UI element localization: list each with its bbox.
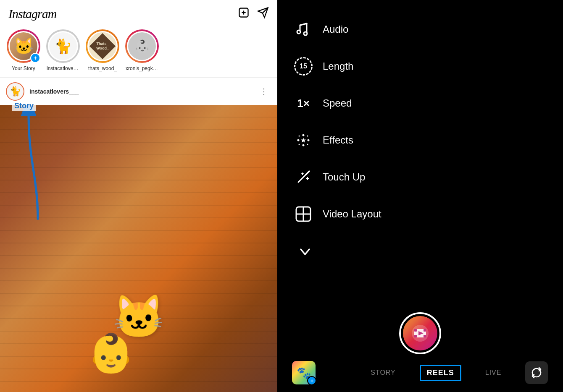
svg-rect-29 (414, 335, 417, 337)
post-baby-emoji: 👶 (87, 331, 134, 375)
thats-wood-avatar: Thats_Wood_ (89, 32, 116, 60)
svg-rect-27 (414, 329, 417, 332)
menu-item-effects[interactable]: Effects (294, 123, 546, 157)
video-layout-icon (294, 205, 313, 223)
collapse-menu-button[interactable] (294, 238, 546, 265)
instacatlovers-ring-inner (48, 31, 78, 61)
instagram-feed-panel: Instagram (0, 0, 277, 392)
post-image-area: 🐱 👶 Story (0, 105, 277, 392)
post-username: instacatlovers___ (29, 88, 251, 95)
flip-camera-button[interactable] (525, 361, 548, 384)
new-post-icon[interactable] (238, 7, 250, 21)
bottom-tabs: 🐾 + T STORY REELS LIVE (277, 361, 563, 392)
menu-item-speed[interactable]: 1× Speed (294, 86, 546, 120)
post-user-avatar: 🐈 (6, 82, 24, 101)
tab-reels[interactable]: REELS (420, 365, 461, 381)
post-options-button[interactable]: ⋮ (256, 85, 271, 98)
svg-point-15 (307, 144, 308, 145)
header-icons (238, 7, 269, 21)
xronis-pegk-avatar-wrapper: 👶 (125, 29, 159, 63)
svg-point-6 (297, 30, 300, 34)
your-story-avatar-wrapper: + (7, 29, 40, 63)
gallery-add-badge: + (307, 376, 316, 384)
svg-rect-28 (424, 329, 426, 332)
thats-wood-label: thats_wood_ (88, 65, 117, 71)
timer-circle: 15 (294, 57, 313, 76)
svg-point-11 (303, 144, 305, 146)
length-icon: 15 (294, 57, 313, 76)
your-story-label: Your Story (12, 65, 35, 71)
touch-up-label: Touch Up (323, 171, 365, 183)
xronis-pegk-ring: 👶 (125, 29, 159, 63)
capture-button-area (277, 312, 563, 361)
story-item-your-story[interactable]: + Your Story (7, 29, 40, 71)
gallery-thumbnail[interactable]: 🐾 + (292, 361, 316, 384)
touch-up-icon (294, 168, 313, 186)
svg-point-14 (299, 144, 300, 145)
length-label: Length (323, 60, 353, 72)
story-item-thats-wood[interactable]: Thats_Wood_ thats_wood_ (86, 29, 119, 71)
feed-header: Instagram (0, 0, 277, 25)
speed-label: Speed (323, 97, 352, 109)
instacatlovers-ring (46, 29, 80, 63)
thats-wood-ring-inner: Thats_Wood_ (87, 31, 118, 61)
instacatlovers-label: instacatlovers... (47, 65, 79, 71)
chevron-down-icon (296, 243, 314, 261)
instacatlovers-avatar (49, 32, 77, 60)
post-header: 🐈 instacatlovers___ ⋮ (0, 78, 277, 105)
tab-live[interactable]: LIVE (483, 367, 504, 378)
svg-point-10 (308, 139, 310, 141)
xronis-pegk-avatar: 👶 (128, 32, 156, 60)
post-image: 🐱 👶 (0, 105, 277, 392)
capture-button[interactable] (399, 312, 441, 354)
xronis-pegk-label: xronis_pegk_... (126, 65, 158, 71)
svg-point-9 (297, 139, 300, 141)
video-layout-label: Video Layout (323, 208, 381, 220)
menu-item-length[interactable]: 15 Length (294, 50, 546, 83)
tab-post[interactable]: T (337, 367, 347, 378)
tab-story[interactable]: STORY (368, 367, 398, 378)
reels-menu: Audio 15 Length 1× Speed (277, 0, 563, 312)
stories-row: + Your Story instacatlovers... (0, 25, 277, 78)
speed-icon: 1× (294, 94, 313, 112)
effects-icon (294, 131, 313, 149)
effects-label: Effects (323, 134, 353, 146)
menu-item-video-layout[interactable]: Video Layout (294, 197, 546, 231)
svg-point-7 (304, 32, 307, 35)
menu-item-touch-up[interactable]: Touch Up (294, 160, 546, 194)
reels-panel: Audio 15 Length 1× Speed (277, 0, 563, 392)
svg-point-12 (299, 136, 300, 137)
audio-icon (294, 20, 313, 39)
reels-panel-content: Audio 15 Length 1× Speed (277, 0, 563, 392)
thats-wood-ring: Thats_Wood_ (86, 29, 119, 63)
instacatlovers-avatar-wrapper (46, 29, 80, 63)
story-item-instacatlovers[interactable]: instacatlovers... (46, 29, 80, 71)
svg-line-16 (298, 175, 306, 182)
svg-line-17 (306, 171, 309, 175)
messages-icon[interactable] (257, 7, 269, 21)
story-item-xronis-pegk[interactable]: 👶 xronis_pegk_... (125, 29, 159, 71)
speed-value: 1× (297, 97, 310, 110)
add-story-button[interactable]: + (30, 53, 40, 63)
audio-label: Audio (323, 24, 348, 35)
svg-rect-30 (424, 335, 426, 337)
instagram-logo: Instagram (8, 7, 56, 21)
capture-button-inner (403, 316, 437, 350)
svg-point-8 (303, 134, 305, 136)
thats-wood-avatar-wrapper: Thats_Wood_ (86, 29, 119, 63)
svg-point-13 (307, 136, 308, 137)
xronis-pegk-ring-inner: 👶 (127, 31, 157, 61)
story-annotation-label: Story (12, 101, 36, 111)
menu-item-audio[interactable]: Audio (294, 13, 546, 46)
